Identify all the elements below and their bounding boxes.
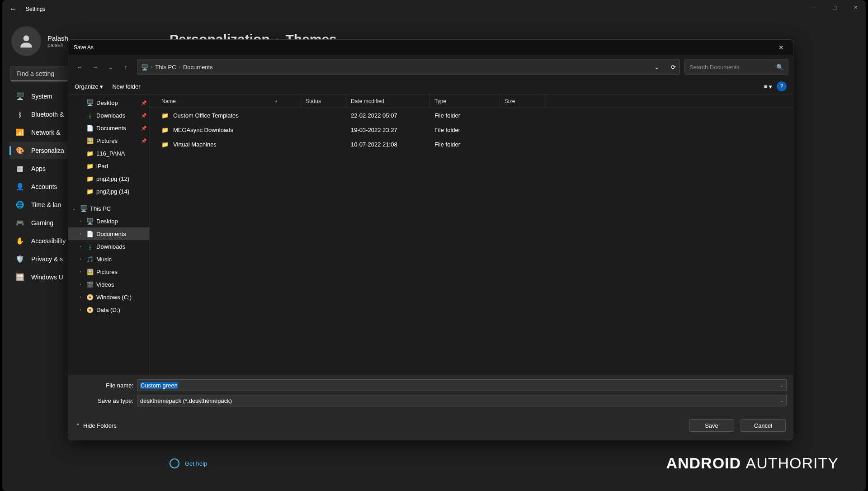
back-button[interactable]: ← bbox=[6, 5, 20, 13]
tree-item[interactable]: ›🎬Videos bbox=[68, 278, 149, 291]
column-headers[interactable]: Name▲ Status Date modified Type Size bbox=[150, 94, 793, 108]
file-row[interactable]: 📁Custom Office Templates22-02-2022 05:07… bbox=[150, 108, 793, 123]
tree-item[interactable]: ›📀Data (D:) bbox=[68, 303, 149, 316]
nav-back-button[interactable]: ← bbox=[73, 60, 86, 74]
expand-icon[interactable]: › bbox=[77, 307, 84, 312]
nav-label: Bluetooth & bbox=[31, 111, 64, 118]
col-size[interactable]: Size bbox=[500, 94, 545, 108]
expand-icon[interactable]: › bbox=[77, 269, 84, 274]
save-button[interactable]: Save bbox=[689, 419, 734, 432]
dialog-bottom: ⌃ Hide Folders Save Cancel bbox=[68, 413, 793, 440]
tree-item[interactable]: ›🎵Music bbox=[68, 253, 149, 265]
file-row[interactable]: 📁MEGAsync Downloads19-03-2022 23:27File … bbox=[150, 123, 793, 137]
tree-item[interactable]: ›📄Documents bbox=[68, 227, 149, 240]
expand-icon[interactable]: › bbox=[77, 257, 84, 261]
pc-icon: 🖥️ bbox=[141, 64, 148, 71]
view-button[interactable]: ≡ ▾ bbox=[764, 83, 772, 90]
folder-icon: 📁 bbox=[86, 188, 94, 195]
chevron-down-icon[interactable]: ⌄ bbox=[780, 398, 783, 403]
cancel-button[interactable]: Cancel bbox=[741, 419, 786, 432]
tree-item[interactable]: ›⭳Downloads bbox=[68, 240, 149, 253]
dialog-search[interactable]: Search Documents 🔍 bbox=[684, 59, 788, 75]
chevron-right-icon: › bbox=[179, 65, 180, 70]
tree-item[interactable]: ⌄🖥️This PC bbox=[68, 202, 149, 215]
maximize-button[interactable]: ▢ bbox=[824, 0, 845, 14]
tree-label: Documents bbox=[96, 231, 126, 237]
path-seg-documents[interactable]: Documents bbox=[183, 64, 213, 71]
col-type[interactable]: Type bbox=[430, 94, 500, 108]
folder-icon: 🖥️ bbox=[86, 218, 94, 225]
nav-icon: ᛒ bbox=[16, 111, 24, 118]
folder-icon: 🖼️ bbox=[86, 269, 94, 275]
tree-item[interactable]: 🖼️Pictures📌 bbox=[68, 134, 149, 147]
save-form: File name: Custom green ⌄ Save as type: … bbox=[68, 375, 793, 413]
tree-item[interactable]: ›📀Windows (C:) bbox=[68, 291, 149, 303]
expand-icon[interactable]: › bbox=[77, 219, 84, 223]
nav-icon: 📶 bbox=[16, 128, 24, 137]
tree-item[interactable]: 📁iPad bbox=[68, 160, 149, 172]
tree-item[interactable]: ›🖥️Desktop bbox=[68, 215, 149, 227]
address-dropdown[interactable]: ⌄ bbox=[654, 64, 659, 71]
folder-icon: 🎬 bbox=[86, 281, 94, 288]
tree-label: Documents bbox=[96, 125, 126, 132]
filetype-select[interactable]: deskthemepack (*.deskthemepack) ⌄ bbox=[137, 395, 787, 406]
tree-item[interactable]: ⭳Downloads📌 bbox=[68, 109, 149, 122]
path-seg-this-pc[interactable]: This PC bbox=[155, 64, 176, 71]
minimize-button[interactable]: — bbox=[803, 0, 824, 14]
tree-label: Music bbox=[96, 256, 112, 263]
file-name: Custom Office Templates bbox=[173, 112, 239, 119]
window-controls: — ▢ ✕ bbox=[803, 0, 866, 14]
file-type: File folder bbox=[430, 112, 500, 119]
expand-icon[interactable]: › bbox=[77, 244, 84, 249]
pin-icon: 📌 bbox=[141, 100, 146, 105]
save-as-dialog: Save As ✕ ← → ⌄ ↑ 🖥️ › This PC › Documen… bbox=[68, 39, 793, 440]
nav-recent-button[interactable]: ⌄ bbox=[104, 60, 117, 74]
nav-label: Network & bbox=[31, 129, 61, 136]
tree-label: Videos bbox=[96, 281, 114, 288]
hide-folders-button[interactable]: ⌃ Hide Folders bbox=[75, 422, 117, 429]
nav-icon: ✋ bbox=[16, 237, 24, 245]
nav-up-button[interactable]: ↑ bbox=[119, 60, 132, 74]
watermark: ANDROID AUTHORITY bbox=[666, 454, 839, 472]
tree-label: png2jpg (14) bbox=[96, 188, 129, 195]
chevron-down-icon[interactable]: ⌄ bbox=[780, 383, 783, 387]
help-button[interactable]: ? bbox=[777, 81, 787, 91]
col-status[interactable]: Status bbox=[301, 94, 346, 108]
address-bar[interactable]: 🖥️ › This PC › Documents ⌄ ⟳ bbox=[137, 59, 680, 75]
nav-icon: 🖥️ bbox=[16, 92, 24, 100]
tree-item[interactable]: ›🖼️Pictures bbox=[68, 265, 149, 278]
tree-label: This PC bbox=[90, 205, 111, 212]
nav-icon: 🎮 bbox=[16, 219, 24, 227]
col-date[interactable]: Date modified bbox=[346, 94, 430, 108]
tree-label: Windows (C:) bbox=[96, 294, 132, 301]
new-folder-button[interactable]: New folder bbox=[112, 83, 140, 90]
tree-label: Desktop bbox=[96, 99, 118, 106]
folder-icon: 📁 bbox=[161, 112, 169, 119]
tree-item[interactable]: 📁png2jpg (14) bbox=[68, 185, 149, 198]
tree-item[interactable]: 📁png2jpg (12) bbox=[68, 172, 149, 185]
file-type: File folder bbox=[430, 127, 500, 133]
folder-tree[interactable]: 🖥️Desktop📌⭳Downloads📌📄Documents📌🖼️Pictur… bbox=[68, 94, 150, 375]
tree-item[interactable]: 🖥️Desktop📌 bbox=[68, 96, 149, 109]
expand-icon[interactable]: ⌄ bbox=[71, 206, 77, 211]
tree-item[interactable]: 📄Documents📌 bbox=[68, 122, 149, 134]
expand-icon[interactable]: › bbox=[77, 282, 84, 287]
expand-icon[interactable]: › bbox=[77, 295, 84, 299]
close-button[interactable]: ✕ bbox=[845, 0, 866, 14]
nav-icon: 🛡️ bbox=[16, 255, 24, 263]
folder-icon: 📄 bbox=[86, 125, 94, 132]
organize-button[interactable]: Organize ▾ bbox=[75, 83, 103, 90]
expand-icon[interactable]: › bbox=[77, 231, 84, 236]
file-row[interactable]: 📁Virtual Machines10-07-2022 21:08File fo… bbox=[150, 137, 793, 151]
nav-forward-button[interactable]: → bbox=[88, 60, 102, 74]
tree-label: png2jpg (12) bbox=[96, 175, 129, 182]
tree-label: iPad bbox=[96, 163, 108, 170]
dialog-close-button[interactable]: ✕ bbox=[773, 44, 789, 51]
tree-item[interactable]: 📁116_PANA bbox=[68, 147, 149, 160]
svg-point-0 bbox=[24, 35, 29, 41]
user-name: Palash bbox=[47, 34, 68, 42]
folder-icon: 📁 bbox=[86, 163, 94, 170]
chevron-right-icon: › bbox=[151, 65, 152, 70]
refresh-button[interactable]: ⟳ bbox=[671, 64, 676, 71]
filename-input[interactable]: Custom green ⌄ bbox=[137, 379, 787, 391]
